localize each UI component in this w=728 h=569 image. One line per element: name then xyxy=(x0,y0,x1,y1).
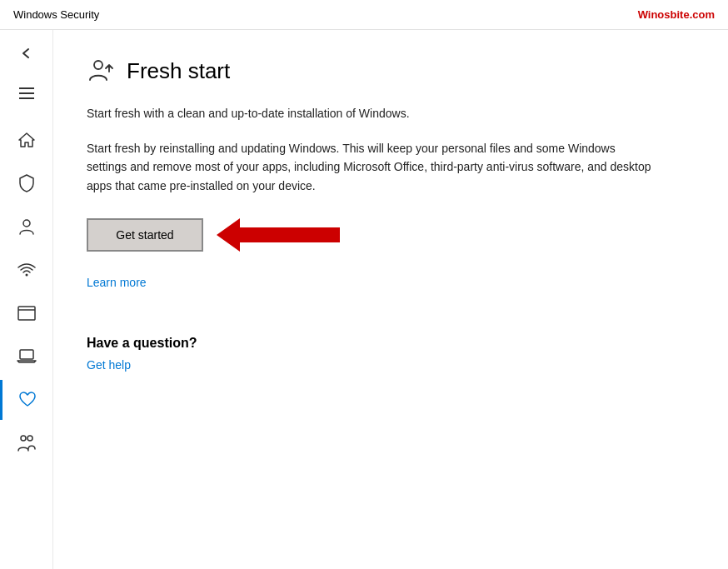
arrow-head xyxy=(217,218,240,252)
home-icon xyxy=(17,132,36,148)
page-description: Start fresh by reinstalling and updating… xyxy=(87,139,653,195)
svg-rect-4 xyxy=(18,307,35,320)
person-icon xyxy=(18,217,35,236)
sidebar-item-home[interactable] xyxy=(0,120,52,160)
main-content: Fresh start Start fresh with a clean and… xyxy=(53,30,728,569)
sidebar-item-shield[interactable] xyxy=(0,163,52,203)
page-title: Fresh start xyxy=(127,58,230,84)
arrow-annotation xyxy=(217,218,340,252)
brand-label: Winosbite.com xyxy=(638,8,715,21)
sidebar-item-family[interactable] xyxy=(0,423,52,463)
sidebar-item-app[interactable] xyxy=(0,293,52,333)
sidebar-item-device[interactable] xyxy=(0,337,52,377)
reinstall-icon xyxy=(87,57,117,85)
faq-section: Have a question? Get help xyxy=(87,336,695,372)
menu-button[interactable] xyxy=(0,77,52,110)
get-started-row: Get started xyxy=(87,218,695,252)
page-header: Fresh start xyxy=(87,57,695,85)
network-icon xyxy=(17,262,36,278)
get-started-button[interactable]: Get started xyxy=(87,218,203,252)
sidebar-item-health[interactable] xyxy=(0,380,52,420)
window-icon xyxy=(17,306,36,321)
svg-point-3 xyxy=(23,220,30,227)
laptop-icon xyxy=(17,348,37,365)
svg-point-7 xyxy=(21,436,26,441)
svg-rect-2 xyxy=(19,97,34,99)
get-help-link[interactable]: Get help xyxy=(87,358,131,372)
titlebar: Windows Security Winosbite.com xyxy=(0,0,728,30)
back-icon xyxy=(19,46,34,61)
health-icon xyxy=(18,392,37,408)
learn-more-link[interactable]: Learn more xyxy=(87,276,147,289)
shield-icon xyxy=(18,174,35,192)
arrow-body xyxy=(240,227,340,242)
app-body: Fresh start Start fresh with a clean and… xyxy=(0,30,728,569)
svg-point-8 xyxy=(27,436,32,441)
back-button[interactable] xyxy=(0,37,52,70)
svg-rect-1 xyxy=(19,92,34,94)
page-subtitle: Start fresh with a clean and up-to-date … xyxy=(87,105,695,122)
fresh-start-icon xyxy=(87,57,117,85)
svg-point-9 xyxy=(94,61,102,69)
svg-rect-6 xyxy=(20,350,33,359)
app-title: Windows Security xyxy=(13,8,99,21)
hamburger-icon xyxy=(19,87,34,99)
sidebar-item-network[interactable] xyxy=(0,250,52,290)
svg-rect-0 xyxy=(19,87,34,89)
sidebar-item-account[interactable] xyxy=(0,207,52,247)
faq-title: Have a question? xyxy=(87,336,695,351)
family-icon xyxy=(17,434,37,452)
sidebar xyxy=(0,30,53,569)
